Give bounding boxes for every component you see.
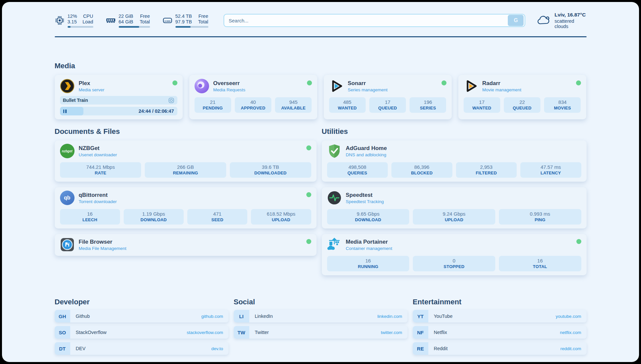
stat-leech: 16LEECH: [60, 209, 120, 225]
stat-stopped: 0STOPPED: [413, 256, 495, 271]
stat-filtered: 2,953FILTERED: [456, 162, 517, 178]
stat-remaining: 266 GBREMAINING: [145, 162, 226, 178]
bookmark-dev[interactable]: DT DEV dev.to: [55, 342, 229, 355]
app-subtitle: Torrent downloader: [79, 199, 302, 204]
section-title-utilities: Utilities: [322, 127, 587, 136]
app-card-filebrowser[interactable]: File Browser Media File Management: [55, 234, 317, 256]
weather-widget: Lviv, 16.87°C scattered clouds: [537, 12, 586, 29]
stat-blocked: 86,396BLOCKED: [391, 162, 452, 178]
stat-seed: 471SEED: [187, 209, 247, 225]
stat-approved: 40APPROVED: [235, 97, 271, 113]
app-card-radarr[interactable]: Radarr Movie management 17WANTED 22QUEUE…: [458, 75, 586, 119]
plex-icon: [60, 79, 75, 93]
stat-latency: 47.57 msLATENCY: [520, 162, 581, 178]
app-subtitle: Movie management: [482, 87, 572, 92]
stat-queries: 498,508QUERIES: [327, 162, 388, 178]
bookmark-reddit[interactable]: RE Reddit reddit.com: [413, 342, 587, 355]
app-card-speedtest[interactable]: Speedtest Speedtest Tracking 9.65 GbpsDO…: [322, 187, 587, 228]
cpu-icon: [55, 15, 65, 25]
app-subtitle: Speedtest Tracking: [346, 199, 581, 204]
cpu-label: CPU: [83, 14, 93, 19]
ram-progress-fill: [119, 26, 139, 28]
status-dot: [576, 80, 581, 85]
stat-queued: 22QUEUED: [504, 97, 540, 113]
radarr-icon: [464, 79, 478, 93]
cpu-progress-fill: [68, 26, 71, 28]
bookmark-netflix[interactable]: NF Netflix netflix.com: [413, 326, 587, 339]
stat-wanted: 485WANTED: [329, 97, 366, 113]
stat-download: 9.65 GbpsDOWNLOAD: [327, 209, 410, 225]
bookmark-name: Twitter: [249, 326, 381, 339]
app-subtitle: Usenet downloader: [79, 152, 302, 157]
app-subtitle: Container management: [346, 246, 572, 251]
nzbget-icon: nzbget: [60, 144, 75, 158]
app-card-sonarr[interactable]: Sonarr Series management 485WANTED 17QUE…: [324, 75, 452, 119]
disk-total-value: 97.9 TB: [175, 19, 192, 25]
bookmark-stackoverflow[interactable]: SO StackOverflow stackoverflow.com: [55, 326, 229, 339]
weather-location: Lviv, 16.87°C: [555, 12, 587, 18]
bookmark-name: Netflix: [428, 326, 560, 339]
app-title: AdGuard Home: [346, 145, 581, 152]
bookmark-name: LinkedIn: [249, 310, 378, 322]
app-subtitle: Media server: [79, 87, 168, 92]
dashboard-panel: 12%CPU 3.15Load: [2, 2, 639, 362]
app-card-plex[interactable]: Plex Media server Bullet Train 24:44 / 0…: [55, 75, 183, 119]
stat-pending: 21PENDING: [195, 97, 231, 113]
search-input[interactable]: [224, 18, 508, 23]
app-subtitle: Media File Management: [79, 246, 302, 251]
playback-progress-bar: 24:44 / 02:06:47: [60, 107, 177, 115]
status-dot: [306, 192, 311, 197]
app-subtitle: Media Requests: [213, 87, 303, 92]
bookmark-abbr: SO: [55, 326, 70, 339]
google-search-button[interactable]: G: [508, 15, 524, 26]
bookmark-abbr: LI: [234, 310, 249, 322]
app-card-portainer[interactable]: Media Portainer Container management 16R…: [322, 234, 587, 275]
stat-rate: 744.21 MbpsRATE: [60, 162, 141, 178]
app-subtitle: DNS and adblocking: [346, 152, 581, 157]
stat-queued: 17QUEUED: [369, 97, 406, 113]
app-title: Media Portainer: [346, 239, 572, 245]
bookmark-twitter[interactable]: TW Twitter twitter.com: [234, 326, 408, 339]
bookmark-name: YouTube: [428, 310, 556, 322]
stat-available: 945AVAILABLE: [275, 97, 312, 113]
search-bar: G: [224, 14, 526, 27]
status-dot: [307, 80, 312, 85]
bookmark-github[interactable]: GH Github github.com: [55, 310, 229, 322]
app-card-adguard[interactable]: AdGuard Home DNS and adblocking 498,508Q…: [322, 140, 587, 182]
stat-wanted: 17WANTED: [464, 97, 500, 113]
pause-icon: [63, 109, 67, 113]
section-title-developer: Developer: [55, 298, 229, 306]
disk-widget: 52.4 TBFree 97.9 TBTotal: [163, 14, 208, 28]
app-card-overseerr[interactable]: Overseerr Media Requests 21PENDING 40APP…: [189, 75, 317, 119]
filebrowser-icon: [60, 237, 75, 252]
bookmarks-entertainment: Entertainment YT YouTube youtube.com NF …: [413, 298, 587, 355]
cpu-progress-bar: [68, 26, 93, 28]
bookmark-url: netflix.com: [560, 326, 587, 339]
bookmark-abbr: DT: [55, 342, 70, 355]
bookmark-url: github.com: [201, 310, 228, 322]
stat-upload: 9.24 GbpsUPLOAD: [413, 209, 495, 225]
cloud-icon: [537, 15, 550, 26]
status-dot: [442, 80, 446, 85]
app-title: qBittorrent: [79, 192, 302, 198]
stat-running: 16RUNNING: [327, 256, 410, 271]
app-card-qbittorrent[interactable]: qb qBittorrent Torrent downloader 16LEEC…: [55, 187, 317, 228]
disk-progress-fill: [175, 26, 191, 28]
bookmark-url: twitter.com: [381, 326, 408, 339]
portainer-icon: [327, 237, 342, 252]
bookmark-youtube[interactable]: YT YouTube youtube.com: [413, 310, 587, 322]
section-title-social: Social: [234, 298, 408, 306]
qbittorrent-icon: qb: [60, 191, 75, 205]
now-playing-row: Bullet Train: [60, 96, 177, 105]
section-title-documents: Documents & Files: [55, 127, 317, 136]
stat-downloaded: 39.6 TBDOWNLOADED: [230, 162, 311, 178]
app-title: Sonarr: [348, 80, 437, 87]
cpu-usage-value: 12%: [68, 14, 77, 19]
disk-free-value: 52.4 TB: [175, 14, 192, 19]
disk-progress-bar: [175, 26, 208, 28]
ram-widget: 22 GiBFree 64 GiBTotal: [106, 14, 150, 28]
app-card-nzbget[interactable]: nzbget NZBGet Usenet downloader 744.21 M…: [55, 140, 317, 182]
bookmark-linkedin[interactable]: LI LinkedIn linkedin.com: [234, 310, 408, 322]
stat-download: 1.19 GbpsDOWNLOAD: [124, 209, 184, 225]
disk-free-label: Free: [198, 14, 208, 19]
